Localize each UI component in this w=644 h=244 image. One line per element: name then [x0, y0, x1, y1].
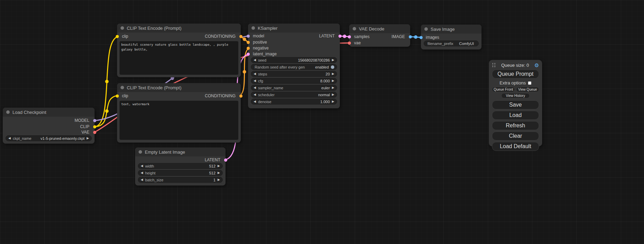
view-history-button[interactable]: View History — [501, 93, 530, 98]
widget-label: denoise — [258, 100, 272, 104]
filename-prefix-widget[interactable]: filename_prefix ComfyUI — [424, 40, 479, 46]
image-output-port[interactable] — [409, 35, 412, 38]
widget-value: euler — [283, 86, 330, 90]
increment-arrow-icon[interactable]: ▶ — [218, 178, 220, 181]
node-header[interactable]: KSampler — [248, 24, 340, 33]
settings-gear-icon[interactable]: ⚙ — [535, 63, 539, 68]
widget-value: 512 — [156, 171, 215, 175]
increment-arrow-icon[interactable]: ▶ — [332, 93, 334, 96]
clip-input-port[interactable] — [116, 94, 119, 98]
collapse-dot-icon[interactable] — [252, 26, 255, 30]
denoise-widget[interactable]: ◀ denoise 1.000 ▶ — [251, 99, 337, 105]
node-header[interactable]: Save Image — [421, 25, 482, 34]
node-header[interactable]: CLIP Text Encode (Prompt) — [117, 24, 241, 33]
load-button[interactable]: Load — [492, 111, 539, 120]
collapse-dot-icon[interactable] — [139, 150, 142, 154]
node-header[interactable]: CLIP Text Encode (Prompt) — [117, 83, 241, 92]
load-default-button[interactable]: Load Default — [492, 142, 539, 151]
input-slot-label: positive — [253, 40, 267, 44]
increment-arrow-icon[interactable]: ▶ — [87, 137, 89, 140]
save-button[interactable]: Save — [492, 100, 539, 109]
collapse-dot-icon[interactable] — [353, 27, 356, 30]
decrement-arrow-icon[interactable]: ◀ — [141, 171, 143, 174]
collapse-dot-icon[interactable] — [6, 110, 10, 114]
steps-widget[interactable]: ◀ steps 20 ▶ — [251, 71, 337, 77]
sampler-name-widget[interactable]: ◀ sampler_name euler ▶ — [251, 85, 337, 91]
decrement-arrow-icon[interactable]: ◀ — [141, 164, 143, 168]
latent-image-input-port[interactable] — [247, 53, 250, 56]
node-clip-text-encode-positive: CLIP Text Encode (Prompt) clip CONDITION… — [117, 24, 241, 77]
width-widget[interactable]: ◀ width 512 ▶ — [138, 163, 223, 169]
output-slot-label: CLIP — [80, 125, 89, 129]
increment-arrow-icon[interactable]: ▶ — [332, 86, 334, 89]
increment-arrow-icon[interactable]: ▶ — [332, 72, 334, 75]
clip-output-port[interactable] — [93, 125, 96, 128]
positive-input-port[interactable] — [247, 41, 250, 44]
widget-label: filename_prefix — [427, 42, 453, 46]
model-output-port[interactable] — [93, 119, 96, 122]
refresh-button[interactable]: Refresh — [492, 121, 539, 130]
increment-arrow-icon[interactable]: ▶ — [218, 171, 220, 174]
random-seed-toggle-widget[interactable]: Random seed after every gen enabled — [251, 64, 337, 70]
decrement-arrow-icon[interactable]: ◀ — [141, 178, 143, 181]
node-header[interactable]: Load Checkpoint — [3, 108, 95, 117]
toggle-knob-icon[interactable] — [331, 65, 334, 69]
decrement-arrow-icon[interactable]: ◀ — [254, 86, 256, 89]
cfg-widget[interactable]: ◀ cfg 8.000 ▶ — [251, 78, 337, 84]
images-input-port[interactable] — [420, 36, 423, 39]
queue-prompt-button[interactable]: Queue Prompt — [492, 70, 539, 79]
increment-arrow-icon[interactable]: ▶ — [332, 58, 334, 62]
node-title: KSampler — [258, 26, 277, 31]
view-queue-button[interactable]: View Queue — [516, 87, 539, 92]
latent-output-port[interactable] — [224, 159, 227, 162]
model-input-port[interactable] — [247, 35, 250, 38]
prompt-textarea[interactable]: beautiful scenery nature glass bottle la… — [120, 41, 238, 75]
decrement-arrow-icon[interactable]: ◀ — [254, 93, 256, 96]
input-slot-label: negative — [253, 46, 268, 50]
collapse-dot-icon[interactable] — [121, 26, 124, 30]
latent-output-port[interactable] — [338, 35, 342, 38]
node-title: Load Checkpoint — [12, 110, 46, 115]
link-midpoint-dot — [414, 35, 417, 39]
collapse-dot-icon[interactable] — [121, 86, 124, 89]
input-slot-label: clip — [122, 34, 128, 38]
node-header[interactable]: VAE Decode — [349, 24, 410, 33]
link-midpoint-dot — [105, 109, 109, 113]
samples-input-port[interactable] — [348, 35, 351, 38]
clear-button[interactable]: Clear — [492, 132, 539, 141]
prompt-textarea[interactable]: text, watermark — [120, 101, 238, 140]
widget-label: sampler_name — [258, 86, 283, 90]
increment-arrow-icon[interactable]: ▶ — [332, 79, 334, 82]
node-header[interactable]: Empty Latent Image — [135, 147, 226, 156]
decrement-arrow-icon[interactable]: ◀ — [254, 79, 256, 82]
increment-arrow-icon[interactable]: ▶ — [218, 164, 220, 168]
increment-arrow-icon[interactable]: ▶ — [332, 100, 334, 103]
node-save-image: Save Image images filename_prefix ComfyU… — [421, 25, 482, 49]
decrement-arrow-icon[interactable]: ◀ — [254, 100, 256, 103]
decrement-arrow-icon[interactable]: ◀ — [8, 137, 11, 140]
node-clip-text-encode-negative: CLIP Text Encode (Prompt) clip CONDITION… — [117, 83, 241, 143]
conditioning-output-port[interactable] — [239, 35, 242, 38]
height-widget[interactable]: ◀ height 512 ▶ — [138, 170, 223, 176]
decrement-arrow-icon[interactable]: ◀ — [254, 58, 256, 62]
extra-options-checkbox[interactable] — [528, 81, 531, 85]
conditioning-output-port[interactable] — [239, 94, 242, 98]
queue-front-button[interactable]: Queue Front — [492, 87, 515, 92]
batch-size-widget[interactable]: ◀ batch_size 1 ▶ — [138, 177, 223, 183]
widget-label: batch_size — [145, 178, 164, 182]
scheduler-widget[interactable]: ◀ scheduler normal ▶ — [251, 92, 337, 98]
output-slot-label: CONDITIONING — [205, 34, 236, 38]
comfy-menu-panel: Queue size: 0 ⚙ Queue Prompt Extra optio… — [489, 60, 542, 146]
vae-output-port[interactable] — [93, 131, 96, 134]
widget-value: enabled — [305, 65, 329, 69]
ckpt-name-widget[interactable]: ◀ ckpt_name v1-5-pruned-emaonly.ckpt ▶ — [6, 135, 92, 141]
vae-input-port[interactable] — [348, 42, 351, 45]
widget-label: cfg — [258, 79, 263, 83]
negative-input-port[interactable] — [247, 47, 250, 50]
input-slot-label: vae — [354, 41, 361, 45]
drag-handle[interactable] — [492, 63, 496, 67]
collapse-dot-icon[interactable] — [424, 27, 428, 31]
clip-input-port[interactable] — [116, 35, 119, 38]
seed-widget[interactable]: ◀ seed 156680208700286 ▶ — [251, 57, 337, 63]
decrement-arrow-icon[interactable]: ◀ — [254, 72, 256, 75]
